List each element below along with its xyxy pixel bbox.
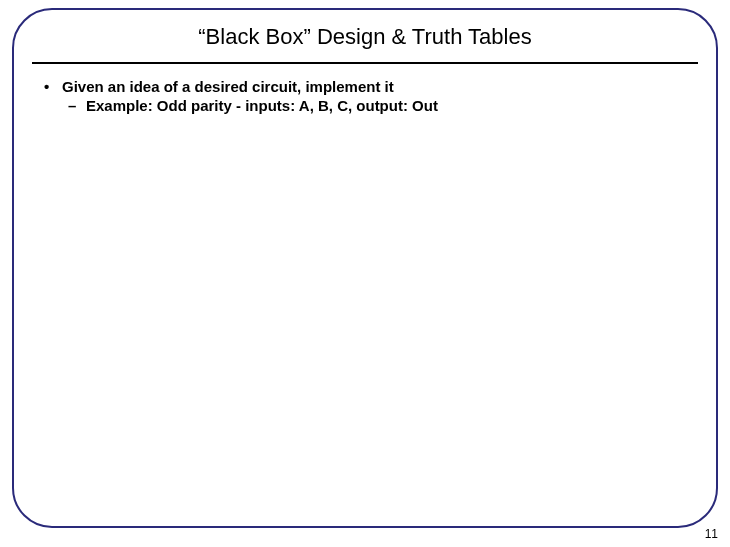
bullet-level2: – Example: Odd parity - inputs: A, B, C,… [66,97,696,114]
slide-title: “Black Box” Design & Truth Tables [14,24,716,50]
slide-frame: “Black Box” Design & Truth Tables • Give… [12,8,718,528]
bullet-level1: • Given an idea of a desired circuit, im… [42,78,696,95]
page-number: 11 [705,527,718,541]
slide-content: • Given an idea of a desired circuit, im… [42,78,696,114]
title-underline [32,62,698,64]
bullet-l2-text: Example: Odd parity - inputs: A, B, C, o… [86,97,438,114]
bullet-l2-marker: – [66,97,86,114]
bullet-l1-marker: • [42,78,62,95]
bullet-l1-text: Given an idea of a desired circuit, impl… [62,78,394,95]
